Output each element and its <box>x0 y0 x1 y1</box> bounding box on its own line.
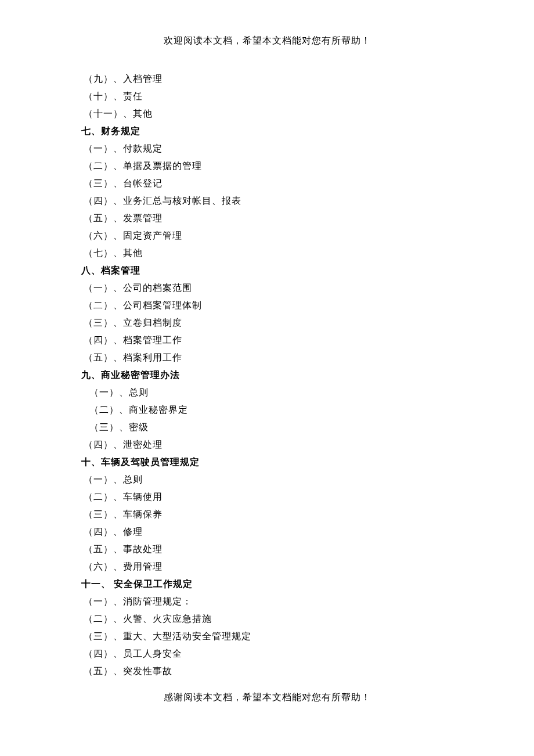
list-item: （四）、档案管理工作 <box>81 332 453 349</box>
list-item: （九）、入档管理 <box>81 70 453 88</box>
list-item: （三）、台帐登记 <box>81 175 453 192</box>
list-item: （六）、费用管理 <box>81 558 453 575</box>
list-item: （六）、固定资产管理 <box>81 227 453 244</box>
list-item: （三）、重大、大型活动安全管理规定 <box>81 628 453 645</box>
list-item: （五）、突发性事故 <box>81 663 453 680</box>
list-item: （一）、总则 <box>81 384 453 401</box>
list-item: （一）、付款规定 <box>81 140 453 157</box>
document-page: 欢迎阅读本文档，希望本文档能对您有所帮助！ （九）、入档管理（十）、责任（十一）… <box>0 0 534 680</box>
list-item: （四）、业务汇总与核对帐目、报表 <box>81 192 453 210</box>
list-item: （七）、其他 <box>81 244 453 262</box>
list-item: （二）、车辆使用 <box>81 488 453 506</box>
list-item: （三）、车辆保养 <box>81 506 453 523</box>
list-item: （四）、泄密处理 <box>81 436 453 453</box>
list-item: （一）、消防管理规定： <box>81 593 453 610</box>
page-header: 欢迎阅读本文档，希望本文档能对您有所帮助！ <box>81 35 453 47</box>
list-item: （四）、员工人身安全 <box>81 645 453 663</box>
list-item: （一）、公司的档案范围 <box>81 279 453 297</box>
list-item: （二）、火警、火灾应急措施 <box>81 610 453 628</box>
document-body: （九）、入档管理（十）、责任（十一）、其他七、财务规定（一）、付款规定（二）、单… <box>81 70 453 680</box>
list-item: （一）、总则 <box>81 471 453 488</box>
list-item: （二）、公司档案管理体制 <box>81 297 453 314</box>
list-item: （五）、档案利用工作 <box>81 349 453 366</box>
list-item: （十）、责任 <box>81 88 453 105</box>
list-item: （二）、单据及票据的管理 <box>81 157 453 175</box>
section-heading: 七、财务规定 <box>81 123 453 140</box>
list-item: （五）、发票管理 <box>81 210 453 227</box>
list-item: （四）、修理 <box>81 523 453 541</box>
list-item: （三）、立卷归档制度 <box>81 314 453 332</box>
list-item: （五）、事故处理 <box>81 541 453 558</box>
section-heading: 八、档案管理 <box>81 262 453 279</box>
section-heading: 十一、 安全保卫工作规定 <box>81 575 453 593</box>
list-item: （十一）、其他 <box>81 105 453 123</box>
section-heading: 九、商业秘密管理办法 <box>81 366 453 384</box>
section-heading: 十、车辆及驾驶员管理规定 <box>81 453 453 471</box>
page-footer: 感谢阅读本文档，希望本文档能对您有所帮助！ <box>0 692 534 704</box>
list-item: （二）、商业秘密界定 <box>81 401 453 419</box>
list-item: （三）、密级 <box>81 419 453 436</box>
